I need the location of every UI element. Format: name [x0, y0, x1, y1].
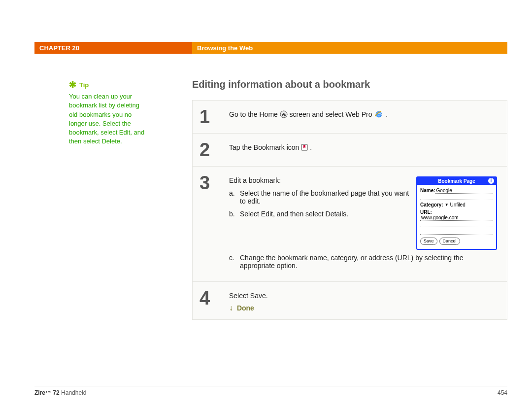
product-name: Zire™ 72 Handheld — [34, 389, 86, 396]
step-body: Tap the Bookmark icon . — [229, 139, 497, 159]
step-number: 1 — [200, 106, 229, 126]
step-number: 4 — [200, 288, 229, 312]
main-column: Editing information about a bookmark 1 G… — [192, 79, 507, 320]
step4-text: Select Save. — [229, 292, 497, 300]
info-icon: i — [488, 178, 494, 184]
device-category-label: Category: — [420, 202, 443, 207]
step-body: Go to the Home screen and select Web Pro — [229, 106, 497, 126]
step3-b: Select Edit, and then select Details. — [240, 210, 348, 218]
footer: Zire™ 72 Handheld 454 — [34, 386, 507, 396]
home-icon — [280, 110, 288, 120]
done-label: Done — [237, 304, 254, 312]
step-4: 4 Select Save. ↓ Done — [193, 281, 507, 319]
step-2: 2 Tap the Bookmark icon . — [193, 133, 507, 166]
device-name-label: Name: — [420, 188, 435, 193]
step1-text-mid: screen and select Web Pro — [290, 110, 374, 118]
bookmark-icon — [301, 144, 308, 152]
step2-text-pre: Tap the Bookmark icon — [229, 143, 301, 151]
section-label: Browsing the Web — [192, 42, 507, 54]
done-arrow-icon: ↓ — [229, 304, 233, 312]
tip-column: ✱ Tip You can clean up your bookmark lis… — [69, 79, 148, 146]
dropdown-icon[interactable]: ▼ — [445, 203, 449, 207]
step1-text-post: . — [386, 110, 388, 118]
done-row: ↓ Done — [229, 304, 497, 312]
asterisk-icon: ✱ — [69, 79, 76, 91]
step3-c: Change the bookmark name, category, or a… — [240, 254, 497, 270]
page-number: 454 — [498, 389, 507, 396]
device-title-text: Bookmark Page — [438, 178, 475, 184]
list-marker: c. — [229, 254, 240, 270]
device-titlebar: Bookmark Page i — [417, 177, 496, 185]
device-cancel-button[interactable]: Cancel — [439, 238, 460, 245]
product-rest: Handheld — [60, 389, 87, 396]
device-screenshot: Bookmark Page i Name: Google Cat — [416, 176, 497, 250]
page-title: Editing information about a bookmark — [192, 79, 507, 90]
step2-text-post: . — [310, 143, 312, 151]
device-category-value[interactable]: Unfiled — [450, 202, 466, 207]
list-marker: a. — [229, 189, 240, 205]
header-band: CHAPTER 20 Browsing the Web — [34, 42, 507, 54]
list-marker: b. — [229, 210, 240, 218]
device-name-field[interactable]: Google — [435, 188, 493, 194]
device-url-label: URL: — [420, 209, 432, 215]
product-bold: Zire™ 72 — [34, 389, 60, 396]
chapter-label: CHAPTER 20 — [34, 42, 192, 54]
steps-box: 1 Go to the Home screen and select Web P… — [192, 100, 507, 320]
step-body: Select Save. ↓ Done — [229, 288, 497, 312]
step1-text-pre: Go to the Home — [229, 110, 280, 118]
device-url-field[interactable]: www.google.com — [420, 215, 493, 221]
tip-label: Tip — [79, 81, 89, 90]
device-save-button[interactable]: Save — [420, 238, 437, 245]
step-number: 2 — [200, 139, 229, 159]
step-number: 3 — [200, 172, 229, 274]
step3-a: Select the name of the bookmarked page t… — [240, 189, 410, 205]
webpro-icon — [374, 110, 384, 120]
step-body: Bookmark Page i Name: Google Cat — [229, 172, 497, 274]
tip-body: You can clean up your bookmark list by d… — [69, 92, 148, 146]
tip-heading: ✱ Tip — [69, 79, 148, 91]
step-1: 1 Go to the Home screen and select Web P… — [193, 101, 507, 133]
step-3: 3 Bookmark Page i Name: Google — [193, 166, 507, 281]
